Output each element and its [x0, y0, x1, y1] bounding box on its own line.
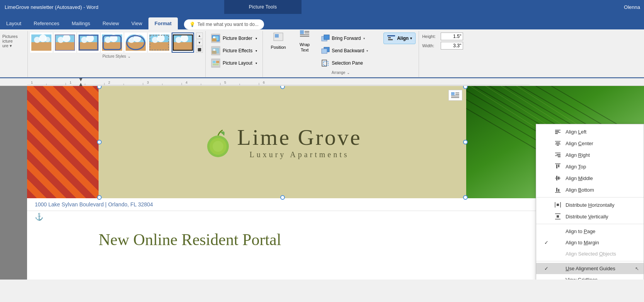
- picture-effects-btn[interactable]: Picture Effects ▾: [209, 45, 259, 57]
- wrap-text-btn[interactable]: Wrap Text: [292, 33, 317, 50]
- tab-layout[interactable]: Layout: [0, 17, 27, 29]
- picture-styles-label: Picture Styles ⌄: [30, 53, 203, 59]
- handle-br[interactable]: [463, 195, 468, 200]
- distribute-vertically-item[interactable]: Distribute Vertically: [536, 211, 644, 222]
- handle-ml[interactable]: [97, 140, 102, 144]
- dist-v-label: Distribute Vertically: [566, 214, 608, 220]
- search-bar[interactable]: 💡 Tell me what you want to do...: [184, 19, 264, 29]
- svg-rect-48: [300, 30, 304, 34]
- pic-style-thumb-5[interactable]: [124, 33, 147, 53]
- pic-style-thumb-7[interactable]: [172, 33, 194, 53]
- divider-2: [536, 224, 644, 224]
- svg-text:3: 3: [147, 81, 149, 84]
- pic-style-thumb-4[interactable]: [101, 33, 123, 53]
- align-dropdown-menu: Align Left Align Center Align Right Alig…: [536, 124, 644, 280]
- arrange-content: Position Wrap Text Bring Fo: [266, 33, 416, 69]
- distribute-horizontally-item[interactable]: Distribute Horizontally: [536, 199, 644, 211]
- svg-rect-62: [27, 78, 530, 86]
- position-btn[interactable]: Position: [266, 33, 291, 50]
- align-center-item[interactable]: Align Center: [536, 137, 644, 149]
- wrap-text-inline-icon[interactable]: [448, 90, 462, 101]
- align-bottom-item[interactable]: Align Bottom: [536, 184, 644, 196]
- ribbon-tabs-row: Layout References Mailings Review View F…: [0, 14, 644, 29]
- picture-border-btn[interactable]: Picture Border ▾: [209, 33, 259, 44]
- title-bar-text: LimeGrove newsletter (Autosaved) - Word: [5, 4, 99, 10]
- svg-rect-61: [388, 39, 393, 40]
- tab-mailings[interactable]: Mailings: [66, 17, 97, 29]
- picture-effects-icon: [211, 46, 220, 55]
- picture-label3: ure ▾: [2, 43, 25, 48]
- scroll-down-arrow[interactable]: ▼: [196, 39, 203, 46]
- svg-text:1: 1: [31, 81, 33, 84]
- lightbulb-icon: 💡: [189, 22, 195, 27]
- svg-rect-56: [322, 49, 327, 53]
- arrange-expand-icon[interactable]: ⌄: [347, 70, 350, 75]
- size-section: Height: Width:: [419, 31, 466, 77]
- view-gridlines-item[interactable]: View Gridlines: [536, 274, 644, 280]
- svg-point-4: [45, 37, 50, 42]
- handle-bl[interactable]: [97, 195, 102, 200]
- ruler: 1 1 2 3 4 5 6: [0, 78, 644, 86]
- align-bottom-label: Align Bottom: [566, 187, 594, 193]
- handle-mr[interactable]: [463, 140, 468, 144]
- svg-rect-44: [216, 61, 219, 63]
- handle-tl[interactable]: [97, 86, 102, 89]
- scroll-up-arrow[interactable]: ▲: [196, 33, 203, 39]
- pic-styles-scroll[interactable]: ▲ ▼ ⬛: [196, 33, 203, 53]
- selection-pane-btn[interactable]: Selection Pane: [319, 57, 380, 69]
- send-backward-btn[interactable]: Send Backward ▾: [319, 45, 380, 57]
- picture-styles-expand-icon[interactable]: ⌄: [128, 54, 131, 58]
- picture-styles-section: ▲ ▼ ⬛ Picture Styles ⌄: [28, 31, 206, 77]
- scroll-more-arrow[interactable]: ⬛: [196, 46, 203, 53]
- border-chevron-icon: ▾: [256, 37, 257, 40]
- svg-rect-40: [212, 51, 216, 54]
- handle-bc[interactable]: [280, 195, 285, 200]
- picture-tools-tab: Picture Tools: [224, 0, 302, 14]
- svg-rect-45: [213, 63, 219, 65]
- align-btn[interactable]: Align ▾: [383, 33, 416, 44]
- effects-chevron-icon: ▾: [256, 49, 257, 53]
- bring-forward-btn[interactable]: Bring Forward ▾: [319, 33, 380, 44]
- svg-rect-130: [557, 204, 559, 206]
- svg-rect-116: [557, 154, 561, 155]
- align-btn-container: Align ▾: [383, 33, 416, 44]
- tab-references[interactable]: References: [27, 17, 65, 29]
- pic-style-thumb-2[interactable]: [54, 33, 76, 53]
- tab-review[interactable]: Review: [96, 17, 125, 29]
- picture-layout-btn[interactable]: Picture Layout ▾: [209, 57, 259, 69]
- svg-rect-126: [556, 188, 557, 192]
- view-gridlines-label: View Gridlines: [566, 277, 598, 280]
- tab-format[interactable]: Format: [148, 17, 178, 29]
- svg-rect-124: [558, 177, 559, 180]
- divider-3: [536, 261, 644, 261]
- pic-style-thumb-3[interactable]: [77, 33, 100, 53]
- svg-rect-6: [55, 42, 75, 51]
- cursor-indicator: ↖: [635, 266, 639, 271]
- align-right-item[interactable]: Align Right: [536, 149, 644, 161]
- bring-forward-icon: [321, 34, 330, 43]
- position-icon: [273, 32, 284, 44]
- align-middle-item[interactable]: Align Middle: [536, 172, 644, 184]
- svg-rect-1: [31, 42, 51, 51]
- tab-view[interactable]: View: [125, 17, 148, 29]
- align-to-margin-item[interactable]: ✓ Align to Margin: [536, 237, 644, 248]
- user-name: Olenna: [624, 4, 640, 10]
- adjust-section: Picture Border ▾ Picture Effects ▾ Pictu…: [206, 31, 263, 77]
- align-top-item[interactable]: Align Top: [536, 161, 644, 172]
- width-input[interactable]: [441, 42, 463, 50]
- svg-rect-59: [387, 35, 395, 36]
- align-center-label: Align Center: [566, 141, 593, 146]
- use-alignment-guides-item[interactable]: ✓ Use Alignment Guides ↖: [536, 263, 644, 274]
- svg-rect-133: [557, 215, 559, 218]
- align-icon: [387, 34, 395, 42]
- height-input[interactable]: [441, 33, 463, 40]
- layout-chevron-icon: ▾: [256, 62, 257, 65]
- svg-rect-85: [451, 92, 455, 95]
- send-backward-icon: [321, 46, 330, 55]
- pic-style-thumb-6[interactable]: [148, 33, 170, 53]
- align-left-item[interactable]: Align Left: [536, 126, 644, 137]
- align-to-page-item[interactable]: Align to Page: [536, 226, 644, 237]
- pic-style-thumb-1[interactable]: [30, 33, 53, 53]
- handle-tc[interactable]: [280, 86, 285, 89]
- svg-rect-58: [324, 62, 328, 65]
